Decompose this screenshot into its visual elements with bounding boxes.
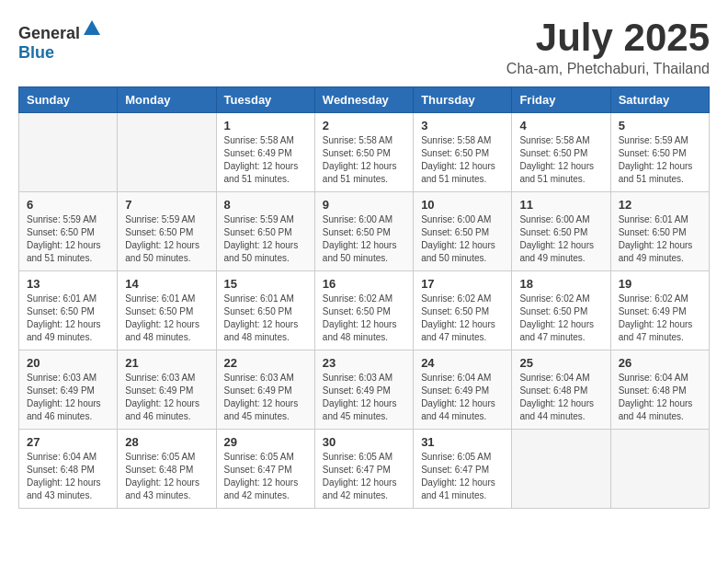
day-info: Sunrise: 5:59 AM Sunset: 6:50 PM Dayligh…: [125, 213, 208, 265]
calendar-cell: 12Sunrise: 6:01 AM Sunset: 6:50 PM Dayli…: [610, 192, 709, 271]
day-number: 23: [323, 356, 405, 370]
day-info: Sunrise: 6:03 AM Sunset: 6:49 PM Dayligh…: [224, 372, 307, 423]
calendar-cell: 24Sunrise: 6:04 AM Sunset: 6:49 PM Dayli…: [414, 350, 512, 430]
day-info: Sunrise: 6:04 AM Sunset: 6:49 PM Dayligh…: [421, 372, 504, 423]
calendar-cell: 21Sunrise: 6:03 AM Sunset: 6:49 PM Dayli…: [118, 350, 216, 430]
title-block: July 2025 Cha-am, Phetchaburi, Thailand: [506, 18, 710, 77]
day-info: Sunrise: 5:59 AM Sunset: 6:50 PM Dayligh…: [619, 134, 701, 186]
logo: General Blue: [18, 18, 102, 63]
day-number: 21: [125, 356, 208, 370]
day-info: Sunrise: 5:58 AM Sunset: 6:50 PM Dayligh…: [421, 134, 504, 186]
day-number: 6: [27, 198, 109, 212]
calendar-cell: 31Sunrise: 6:05 AM Sunset: 6:47 PM Dayli…: [414, 430, 512, 509]
day-info: Sunrise: 6:03 AM Sunset: 6:49 PM Dayligh…: [125, 372, 208, 423]
week-row-1: 1Sunrise: 5:58 AM Sunset: 6:49 PM Daylig…: [19, 113, 710, 192]
day-info: Sunrise: 6:01 AM Sunset: 6:50 PM Dayligh…: [125, 293, 208, 344]
calendar-cell: 14Sunrise: 6:01 AM Sunset: 6:50 PM Dayli…: [118, 271, 216, 350]
day-info: Sunrise: 6:01 AM Sunset: 6:50 PM Dayligh…: [224, 293, 307, 344]
day-number: 11: [519, 198, 602, 212]
svg-marker-0: [84, 20, 100, 35]
day-info: Sunrise: 5:58 AM Sunset: 6:49 PM Dayligh…: [224, 134, 307, 186]
week-row-3: 13Sunrise: 6:01 AM Sunset: 6:50 PM Dayli…: [19, 271, 710, 350]
calendar-cell: 13Sunrise: 6:01 AM Sunset: 6:50 PM Dayli…: [19, 271, 118, 350]
day-info: Sunrise: 6:02 AM Sunset: 6:49 PM Dayligh…: [619, 293, 701, 344]
weekday-header-saturday: Saturday: [610, 87, 709, 113]
day-number: 20: [27, 356, 109, 370]
calendar-cell: 2Sunrise: 5:58 AM Sunset: 6:50 PM Daylig…: [314, 113, 413, 192]
calendar-cell: 16Sunrise: 6:02 AM Sunset: 6:50 PM Dayli…: [314, 271, 413, 350]
day-number: 24: [421, 356, 504, 370]
day-info: Sunrise: 6:01 AM Sunset: 6:50 PM Dayligh…: [619, 213, 701, 265]
day-number: 3: [421, 119, 504, 132]
page-header: General Blue July 2025 Cha-am, Phetchabu…: [18, 18, 710, 77]
day-info: Sunrise: 6:04 AM Sunset: 6:48 PM Dayligh…: [27, 451, 109, 502]
day-number: 7: [125, 198, 208, 212]
weekday-header-row: SundayMondayTuesdayWednesdayThursdayFrid…: [19, 87, 710, 113]
calendar-cell: 1Sunrise: 5:58 AM Sunset: 6:49 PM Daylig…: [216, 113, 314, 192]
logo-icon: [82, 18, 102, 39]
day-number: 26: [619, 356, 701, 370]
calendar-cell: [512, 430, 610, 509]
calendar-cell: 10Sunrise: 6:00 AM Sunset: 6:50 PM Dayli…: [414, 192, 512, 271]
day-info: Sunrise: 6:05 AM Sunset: 6:47 PM Dayligh…: [421, 451, 504, 502]
day-info: Sunrise: 6:03 AM Sunset: 6:49 PM Dayligh…: [27, 372, 109, 423]
calendar-cell: 20Sunrise: 6:03 AM Sunset: 6:49 PM Dayli…: [19, 350, 118, 430]
calendar-cell: 3Sunrise: 5:58 AM Sunset: 6:50 PM Daylig…: [414, 113, 512, 192]
day-number: 29: [224, 435, 307, 449]
day-info: Sunrise: 5:59 AM Sunset: 6:50 PM Dayligh…: [27, 213, 109, 265]
day-number: 17: [421, 277, 504, 291]
weekday-header-thursday: Thursday: [414, 87, 512, 113]
weekday-header-sunday: Sunday: [19, 87, 118, 113]
calendar-cell: 25Sunrise: 6:04 AM Sunset: 6:48 PM Dayli…: [512, 350, 610, 430]
day-number: 22: [224, 356, 307, 370]
weekday-header-tuesday: Tuesday: [216, 87, 314, 113]
calendar-cell: 7Sunrise: 5:59 AM Sunset: 6:50 PM Daylig…: [118, 192, 216, 271]
day-info: Sunrise: 5:58 AM Sunset: 6:50 PM Dayligh…: [519, 134, 602, 186]
calendar-cell: 4Sunrise: 5:58 AM Sunset: 6:50 PM Daylig…: [512, 113, 610, 192]
calendar-cell: 19Sunrise: 6:02 AM Sunset: 6:49 PM Dayli…: [610, 271, 709, 350]
week-row-5: 27Sunrise: 6:04 AM Sunset: 6:48 PM Dayli…: [19, 430, 710, 509]
day-number: 4: [519, 119, 602, 132]
calendar-cell: [610, 430, 709, 509]
calendar-cell: 6Sunrise: 5:59 AM Sunset: 6:50 PM Daylig…: [19, 192, 118, 271]
week-row-4: 20Sunrise: 6:03 AM Sunset: 6:49 PM Dayli…: [19, 350, 710, 430]
day-info: Sunrise: 6:05 AM Sunset: 6:47 PM Dayligh…: [323, 451, 405, 502]
calendar-cell: 9Sunrise: 6:00 AM Sunset: 6:50 PM Daylig…: [314, 192, 413, 271]
day-info: Sunrise: 5:58 AM Sunset: 6:50 PM Dayligh…: [323, 134, 405, 186]
day-info: Sunrise: 6:01 AM Sunset: 6:50 PM Dayligh…: [27, 293, 109, 344]
day-number: 5: [619, 119, 701, 132]
week-row-2: 6Sunrise: 5:59 AM Sunset: 6:50 PM Daylig…: [19, 192, 710, 271]
day-number: 1: [224, 119, 307, 132]
day-number: 2: [323, 119, 405, 132]
calendar-cell: 29Sunrise: 6:05 AM Sunset: 6:47 PM Dayli…: [216, 430, 314, 509]
day-info: Sunrise: 6:04 AM Sunset: 6:48 PM Dayligh…: [519, 372, 602, 423]
day-number: 30: [323, 435, 405, 449]
day-info: Sunrise: 6:00 AM Sunset: 6:50 PM Dayligh…: [323, 213, 405, 265]
day-number: 10: [421, 198, 504, 212]
day-info: Sunrise: 6:03 AM Sunset: 6:49 PM Dayligh…: [323, 372, 405, 423]
day-number: 16: [323, 277, 405, 291]
calendar-cell: 27Sunrise: 6:04 AM Sunset: 6:48 PM Dayli…: [19, 430, 118, 509]
day-number: 8: [224, 198, 307, 212]
calendar-cell: 15Sunrise: 6:01 AM Sunset: 6:50 PM Dayli…: [216, 271, 314, 350]
day-number: 15: [224, 277, 307, 291]
weekday-header-wednesday: Wednesday: [314, 87, 413, 113]
logo-general: General: [18, 24, 80, 42]
location-title: Cha-am, Phetchaburi, Thailand: [506, 61, 710, 77]
calendar-table: SundayMondayTuesdayWednesdayThursdayFrid…: [18, 86, 710, 509]
day-number: 31: [421, 435, 504, 449]
day-number: 18: [519, 277, 602, 291]
day-info: Sunrise: 6:05 AM Sunset: 6:48 PM Dayligh…: [125, 451, 208, 502]
month-title: July 2025: [506, 18, 710, 57]
weekday-header-friday: Friday: [512, 87, 610, 113]
calendar-cell: 22Sunrise: 6:03 AM Sunset: 6:49 PM Dayli…: [216, 350, 314, 430]
day-number: 14: [125, 277, 208, 291]
day-number: 27: [27, 435, 109, 449]
calendar-cell: 18Sunrise: 6:02 AM Sunset: 6:50 PM Dayli…: [512, 271, 610, 350]
calendar-cell: 8Sunrise: 5:59 AM Sunset: 6:50 PM Daylig…: [216, 192, 314, 271]
day-number: 25: [519, 356, 602, 370]
calendar-cell: [19, 113, 118, 192]
calendar-cell: 17Sunrise: 6:02 AM Sunset: 6:50 PM Dayli…: [414, 271, 512, 350]
day-number: 13: [27, 277, 109, 291]
calendar-cell: 26Sunrise: 6:04 AM Sunset: 6:48 PM Dayli…: [610, 350, 709, 430]
